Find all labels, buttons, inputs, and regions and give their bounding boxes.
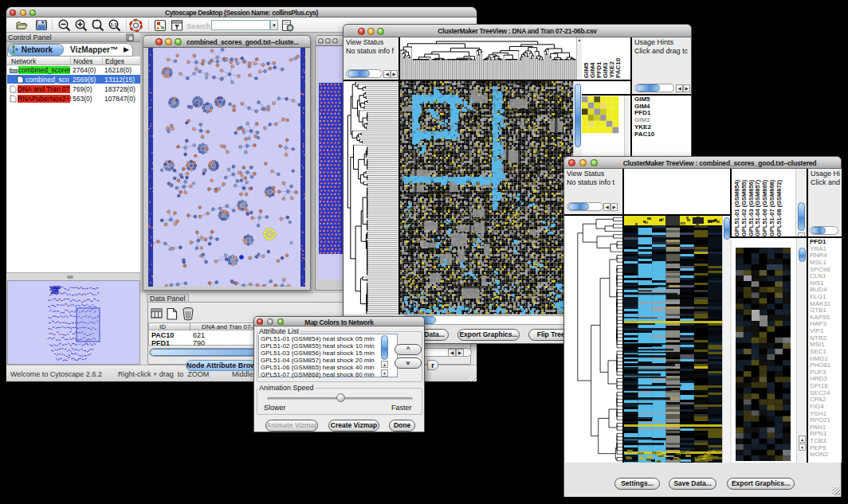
svg-text:GPL51-02 (GSM855): GPL51-02 (GSM855) xyxy=(740,179,748,236)
svg-text:GPL51-07 (GSM868): GPL51-07 (GSM868) xyxy=(768,179,775,236)
svg-text:GPL51-08 (GSM872): GPL51-08 (GSM872) xyxy=(775,179,783,236)
svg-text:1:1: 1:1 xyxy=(110,22,117,27)
svg-text:GPL51-04 (GSM857): GPL51-04 (GSM857) xyxy=(754,179,761,236)
svg-text:PAC10: PAC10 xyxy=(614,57,622,78)
svg-text:GPL51-01 (GSM854): GPL51-01 (GSM854) xyxy=(733,179,740,236)
svg-text:GPL51-03 (GSM856): GPL51-03 (GSM856) xyxy=(748,179,755,236)
svg-text:GPL51-06 (GSM865): GPL51-06 (GSM865) xyxy=(761,179,768,236)
